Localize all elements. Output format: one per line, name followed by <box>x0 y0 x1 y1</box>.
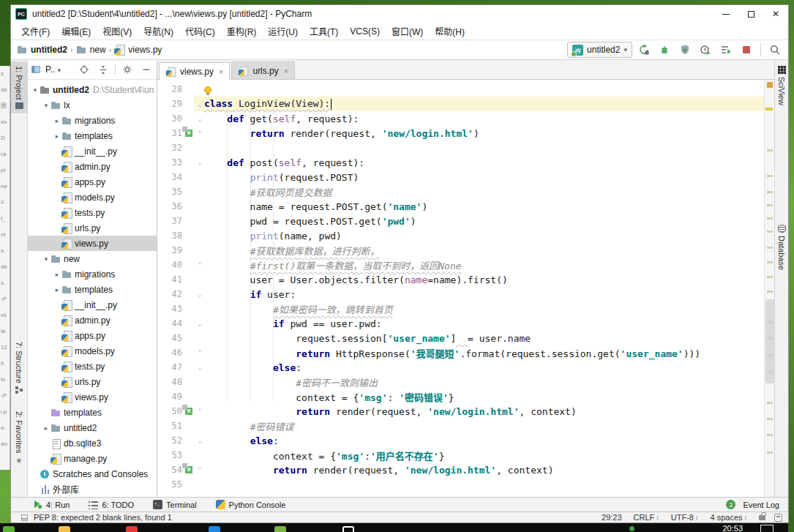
code-line[interactable]: 41 user = User.objects.filter(name=name)… <box>157 272 764 287</box>
menu-item[interactable]: 帮助(H) <box>429 23 471 40</box>
taskbar-app-icon[interactable] <box>209 526 220 532</box>
code-line[interactable]: 45 request.session['user_name'] = user.n… <box>157 331 764 345</box>
tree-collapsed-arrow[interactable]: ▸ <box>53 286 61 293</box>
menu-item[interactable]: 代码(C) <box>179 23 221 40</box>
tree-row[interactable]: admin.py <box>28 159 157 174</box>
menu-item[interactable]: 文件(F) <box>15 23 56 40</box>
stop-button[interactable] <box>738 41 755 59</box>
tree-row[interactable]: ▸migrations <box>28 113 157 128</box>
code-line[interactable]: 40⌃ #first()取第一条数据，当取不到时，返回None <box>157 258 764 272</box>
tree-row[interactable]: ▾untitled2D:\Student\4\un <box>28 82 157 97</box>
status-segment[interactable]: CRLF↕ <box>634 513 659 522</box>
close-tab-icon[interactable]: × <box>284 67 288 75</box>
tree-collapsed-arrow[interactable]: ▸ <box>53 132 61 140</box>
goto-template-gutter-icon[interactable]: H <box>185 130 192 137</box>
code-line[interactable]: 44⌄ if pwd == user.pwd: <box>157 316 764 331</box>
tree-row[interactable]: apps.py <box>28 174 157 190</box>
code-line[interactable]: 47⌄ else: <box>157 360 764 375</box>
fold-marker[interactable]: ⌄ <box>195 364 204 371</box>
close-button[interactable]: ✕ <box>763 6 788 22</box>
tool-window-button-python[interactable]: Python Console <box>216 500 286 509</box>
close-tab-icon[interactable]: × <box>219 67 223 76</box>
tree-row[interactable]: __init__.py <box>28 297 157 312</box>
tree-row[interactable]: ▾lx <box>28 97 157 113</box>
menu-item[interactable]: 导航(N) <box>138 23 179 40</box>
tree-row[interactable]: urls.py <box>28 374 157 389</box>
code-line[interactable]: 35 #获取网页提交数据 <box>157 184 764 199</box>
tree-row[interactable]: ▸templates <box>28 128 157 143</box>
tree-row[interactable]: 外部库 <box>28 482 157 497</box>
goto-template-gutter-icon[interactable]: H <box>185 408 192 415</box>
collapse-all-button[interactable] <box>96 61 111 78</box>
code-line[interactable]: 51 #密码错误 <box>157 419 764 433</box>
tree-expanded-arrow[interactable]: ▾ <box>42 102 50 109</box>
tool-strip-tab-2-favorites[interactable]: 2: Favorites★ <box>11 411 27 465</box>
ime-indicator[interactable] <box>760 525 774 532</box>
goto-template-gutter-icon[interactable]: H <box>185 466 192 473</box>
breadcrumb-item[interactable]: new <box>76 45 106 55</box>
code-line[interactable]: 42⌄ if user: <box>157 287 764 301</box>
code-line[interactable]: 31H⌃ return render(request, 'new/login.h… <box>157 126 764 141</box>
code-line[interactable]: 37 pwd = request.POST.get('pwd') <box>157 214 764 228</box>
menu-item[interactable]: 视图(V) <box>97 23 138 40</box>
search-everywhere-button[interactable] <box>766 41 784 59</box>
tree-collapsed-arrow[interactable]: ▸ <box>42 424 50 432</box>
tree-row[interactable]: tests.py <box>28 205 157 220</box>
scrollbar-thumb[interactable] <box>765 299 774 383</box>
fold-marker[interactable]: ⌃ <box>195 408 204 415</box>
run-with-coverage-button[interactable] <box>676 41 694 59</box>
tree-expanded-arrow[interactable]: ▾ <box>31 86 40 94</box>
menu-item[interactable]: 编辑(E) <box>56 23 97 40</box>
code-line[interactable]: 34 print(request.POST) <box>157 170 764 184</box>
editor-tab-views-py[interactable]: views.py× <box>159 62 230 80</box>
error-stripe[interactable] <box>764 80 774 497</box>
code-line[interactable]: 49 context = {'msg': '密码错误'} <box>157 389 764 404</box>
tree-row[interactable]: templates <box>28 405 157 420</box>
tree-row[interactable]: __init__.py <box>28 143 157 159</box>
tree-collapsed-arrow[interactable]: ▸ <box>53 271 61 278</box>
tree-row[interactable]: ▸templates <box>28 282 157 297</box>
run-configuration-select[interactable]: dj untitled2 ▾ <box>567 42 632 58</box>
tool-window-button-run[interactable]: 4: Run <box>33 500 70 509</box>
fold-marker[interactable]: ⌄ <box>195 100 204 108</box>
menu-item[interactable]: 窗口(W) <box>386 23 429 40</box>
taskbar-app-icon[interactable] <box>342 526 354 532</box>
breadcrumb-item[interactable]: views.py <box>114 45 162 55</box>
tree-row[interactable]: ▸migrations <box>28 266 157 282</box>
inspection-window-icon[interactable] <box>21 514 28 521</box>
tree-row[interactable]: db.sqlite3 <box>28 435 157 451</box>
fold-marker[interactable]: ⌃ <box>195 466 204 473</box>
fold-marker[interactable]: ⌃ <box>195 261 204 269</box>
code-line[interactable]: 32 <box>157 141 764 155</box>
unlock-icon[interactable] <box>759 515 765 520</box>
maximize-button[interactable] <box>738 6 763 22</box>
tree-row[interactable]: ▸untitled2 <box>28 420 157 435</box>
status-segment[interactable]: 4 spaces↕ <box>710 513 747 522</box>
tray-icon[interactable] <box>629 526 634 531</box>
intention-bulb-icon[interactable] <box>204 86 211 94</box>
fold-marker[interactable]: ⌄ <box>195 159 204 166</box>
profiler-button[interactable] <box>697 41 714 59</box>
tool-strip-tab-sciview[interactable]: SciView <box>775 66 788 105</box>
tree-collapsed-arrow[interactable]: ▸ <box>53 117 61 124</box>
tree-row[interactable]: manage.py <box>28 451 157 466</box>
concurrency-diagram-button[interactable] <box>717 41 735 59</box>
debug-button[interactable] <box>656 41 673 59</box>
tree-row[interactable]: models.py <box>28 190 157 205</box>
code-line[interactable]: 48 #密码不一致则输出 <box>157 375 764 389</box>
code-line[interactable]: 39 #获取数据库数据，进行判断， <box>157 243 764 258</box>
code-line[interactable]: 46⌃ return HttpResponse('我哥腿短'.format(re… <box>157 345 764 360</box>
hide-panel-button[interactable] <box>139 61 154 78</box>
code-line[interactable]: 36 name = request.POST.get('name') <box>157 199 764 214</box>
fold-marker[interactable]: ⌃ <box>195 349 204 356</box>
project-view-selector[interactable]: P.. ▾ <box>45 64 61 75</box>
code-line[interactable]: 30⌄ def get(self, request): <box>157 111 764 126</box>
tool-strip-tab-7-structure[interactable]: 7: Structure <box>11 342 27 394</box>
tool-window-button-terminal[interactable]: Terminal <box>153 500 197 509</box>
fold-marker[interactable]: ⌄ <box>195 115 204 122</box>
menu-item[interactable]: VCS(S) <box>344 24 386 39</box>
code-line[interactable]: 52⌄ else: <box>157 433 764 448</box>
tree-expanded-arrow[interactable]: ▾ <box>42 255 50 263</box>
tree-row[interactable]: views.py <box>28 236 157 251</box>
menu-item[interactable]: 运行(U) <box>262 23 304 40</box>
